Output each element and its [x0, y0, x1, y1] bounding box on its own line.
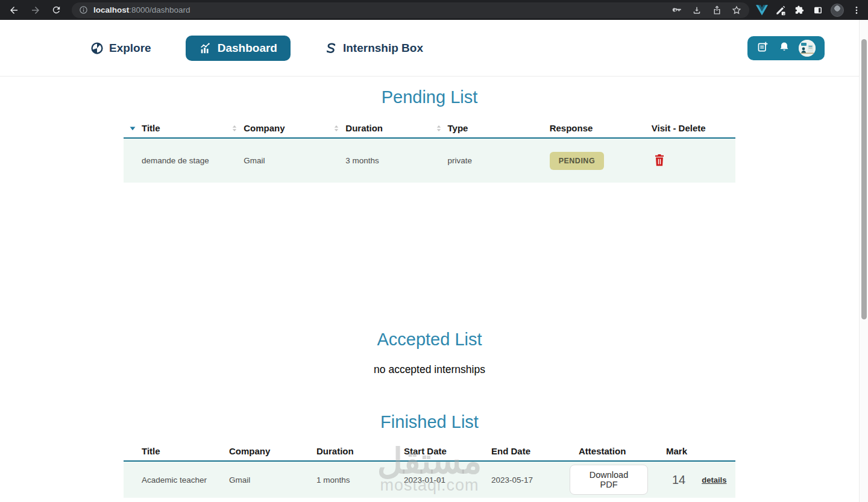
reload-icon — [51, 5, 61, 15]
url-path: :8000/dashboard — [129, 5, 190, 14]
status-badge-pending: PENDING — [550, 152, 604, 170]
pending-header-title[interactable]: Title — [124, 123, 225, 133]
share-icon — [712, 5, 722, 15]
forward-arrow-icon — [30, 5, 41, 16]
finished-table: Title Company Duration Start Date End Da… — [124, 444, 735, 498]
nav-internship-label: Internship Box — [343, 42, 423, 55]
extensions-menu[interactable] — [793, 4, 805, 16]
pending-cell-company: Gmail — [225, 156, 327, 165]
browser-profile-avatar[interactable] — [831, 4, 844, 17]
user-avatar[interactable] — [799, 40, 816, 57]
trash-icon — [654, 154, 665, 166]
finished-header-company: Company — [211, 446, 298, 456]
browser-back-button[interactable] — [8, 4, 20, 16]
pending-header-type[interactable]: Type — [430, 123, 532, 133]
pending-cell-actions — [634, 154, 735, 168]
pending-table-row: demande de stage Gmail 3 months private … — [124, 139, 735, 183]
finished-cell-duration: 1 months — [298, 475, 386, 485]
download-icon — [691, 5, 702, 16]
nav-explore[interactable]: Explore — [90, 42, 151, 55]
browser-reload-button[interactable] — [50, 4, 62, 16]
finished-header-title: Title — [124, 446, 211, 456]
accepted-list-title: Accepted List — [0, 328, 859, 350]
save-page-button[interactable] — [691, 5, 702, 16]
user-avatar-illustration — [799, 40, 816, 57]
site-info-icon[interactable] — [79, 5, 88, 14]
side-panel-icon — [813, 5, 823, 16]
finished-cell-title: Academic teacher — [124, 475, 211, 485]
dashboard-main: Pending List Title Company Duration Type… — [0, 86, 859, 498]
browser-menu-button[interactable] — [851, 4, 863, 16]
pending-header-visit-delete: Visit - Delete — [634, 123, 735, 133]
nav-dashboard-label: Dashboard — [218, 42, 277, 55]
download-pdf-button[interactable]: Download PDF — [570, 465, 648, 495]
puzzle-icon — [794, 4, 805, 16]
pending-header-duration[interactable]: Duration — [327, 123, 429, 133]
finished-header-start-date: Start Date — [386, 446, 473, 456]
key-icon — [671, 4, 682, 16]
url-text: localhost:8000/dashboard — [93, 5, 662, 14]
globe-icon — [90, 42, 104, 55]
s-arrows-icon — [324, 42, 338, 55]
scrollbar-thumb[interactable] — [861, 39, 867, 319]
sort-both-icon — [435, 124, 443, 133]
sidepanel-button[interactable] — [812, 4, 824, 16]
pending-table: Title Company Duration Type Response Vis… — [124, 121, 735, 183]
star-icon — [731, 5, 742, 16]
chart-bars-icon — [199, 42, 212, 55]
finished-header-attestation: Attestation — [561, 446, 648, 456]
nav-internship-box[interactable]: Internship Box — [324, 42, 423, 55]
finished-cell-company: Gmail — [211, 475, 298, 485]
sort-both-icon — [332, 124, 341, 133]
finished-cell-mark: 14 details — [648, 473, 735, 487]
editor-extension[interactable] — [775, 4, 787, 16]
post-add-icon — [756, 40, 769, 53]
page-scrollbar[interactable] — [859, 20, 868, 502]
finished-cell-end-date: 2023-05-17 — [473, 475, 561, 485]
user-actions-pill — [747, 36, 825, 60]
back-arrow-icon — [8, 5, 19, 16]
finished-cell-start-date: 2023-01-01 — [386, 475, 473, 485]
pencil-icon — [775, 4, 787, 16]
delete-button[interactable] — [654, 154, 665, 168]
nav-explore-label: Explore — [109, 42, 151, 55]
pending-cell-type: private — [430, 156, 532, 165]
notifications-button[interactable] — [778, 41, 790, 55]
nav-dashboard-active[interactable]: Dashboard — [186, 36, 291, 61]
vue-icon — [756, 5, 768, 16]
app-navbar: Explore Dashboard Internship Box — [0, 20, 868, 77]
accepted-empty-message: no accepted internships — [0, 363, 859, 376]
bell-icon — [778, 41, 790, 53]
finished-header-end-date: End Date — [473, 446, 561, 456]
mark-value: 14 — [672, 473, 685, 487]
pending-header-company[interactable]: Company — [225, 123, 327, 133]
sort-desc-icon — [128, 124, 137, 133]
create-post-button[interactable] — [756, 40, 769, 55]
pending-cell-response: PENDING — [532, 152, 634, 170]
pending-cell-title: demande de stage — [124, 156, 225, 165]
pending-table-header: Title Company Duration Type Response Vis… — [124, 121, 735, 139]
kebab-menu-icon — [852, 5, 861, 15]
finished-table-header: Title Company Duration Start Date End Da… — [124, 444, 735, 462]
pending-list-title: Pending List — [0, 86, 859, 108]
finished-cell-attestation: Download PDF — [561, 465, 648, 495]
finished-header-mark: Mark — [648, 446, 735, 456]
finished-table-row: Academic teacher Gmail 1 months 2023-01-… — [124, 462, 735, 498]
details-link[interactable]: details — [702, 475, 726, 485]
sort-both-icon — [230, 124, 239, 133]
pending-cell-duration: 3 months — [327, 156, 429, 165]
browser-forward-button[interactable] — [30, 4, 42, 16]
address-bar[interactable]: localhost:8000/dashboard — [72, 2, 749, 18]
bookmark-star-button[interactable] — [731, 5, 742, 16]
finished-list-title: Finished List — [0, 411, 859, 433]
vue-devtools-extension[interactable] — [756, 4, 768, 16]
share-button[interactable] — [711, 5, 722, 16]
finished-header-duration: Duration — [298, 446, 386, 456]
password-key-button[interactable] — [671, 5, 682, 16]
pending-header-response: Response — [532, 123, 634, 133]
url-host: localhost — [93, 5, 129, 14]
browser-toolbar: localhost:8000/dashboard — [0, 0, 868, 20]
